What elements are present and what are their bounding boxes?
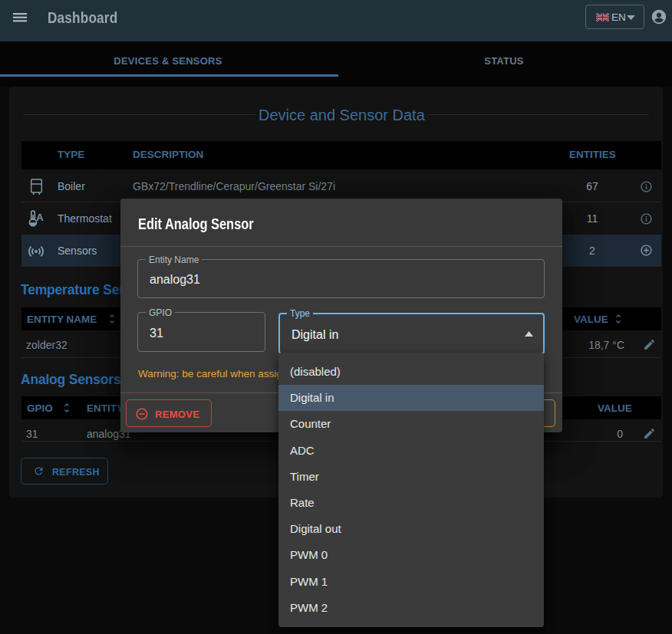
svg-text:A: A — [36, 212, 44, 223]
